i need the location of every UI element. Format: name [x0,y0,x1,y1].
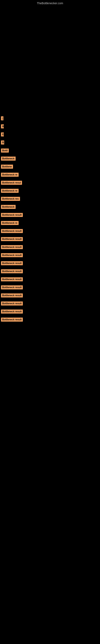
bottleneck-label[interactable]: Bottleneck [1,205,16,209]
bottleneck-label[interactable]: Bottl [1,148,9,152]
list-item: Bottleneck [0,156,100,163]
bottleneck-label[interactable]: Bottleneck re [1,221,19,225]
list-item: Bottl [0,148,100,155]
list-item: Bottleneck result [0,285,100,292]
bottleneck-label[interactable]: Bottlene [1,164,13,169]
list-item: Bottleneck re [0,189,100,195]
bottleneck-label[interactable]: Bottleneck result [1,318,23,322]
bottleneck-label[interactable]: | [1,116,3,120]
bottleneck-label[interactable]: Bottleneck result [1,213,23,217]
list-item: Bottleneck [0,205,100,211]
list-item: B [0,140,100,147]
list-item: | [0,116,100,123]
list-item: E [0,132,100,139]
list-item: Bottlene [0,164,100,171]
list-item: Bottleneck result [0,253,100,260]
list-item: Bottleneck result [0,277,100,284]
bottleneck-label[interactable]: Bottleneck result [1,302,23,306]
list-item: Bottleneck result [0,229,100,236]
bottleneck-label[interactable]: Bottleneck result [1,261,23,265]
list-item: Bottleneck result [0,294,100,300]
list-item: Bottleneck result [0,269,100,276]
bottleneck-label[interactable]: Bottleneck result [1,253,23,257]
bottleneck-label[interactable]: Bottleneck result [1,294,23,298]
list-item: Bottleneck result [0,310,100,316]
bottleneck-label[interactable]: Bottleneck resul [1,181,22,185]
bottleneck-label[interactable]: E [1,132,4,136]
list-item: Bottleneck result [0,237,100,244]
bottleneck-label[interactable]: Bottleneck result [1,285,23,290]
bottleneck-label[interactable]: Bottleneck re [1,189,19,193]
site-title: TheBottlenecker.com [0,0,100,6]
bottleneck-label[interactable]: B [1,140,4,144]
list-item: Bottleneck re [0,221,100,228]
list-item: Bottleneck resul [0,181,100,187]
list-item: Bottleneck re [0,173,100,179]
bottleneck-label[interactable]: Bottleneck result [1,237,23,241]
bottleneck-label[interactable]: Bottleneck result [1,245,23,249]
list-item: Bottleneck result [0,245,100,252]
list-item: Bottleneck res [0,197,100,203]
bottleneck-label[interactable]: Bottleneck res [1,197,20,201]
list-item: B [0,124,100,131]
bottleneck-label[interactable]: B [1,124,4,128]
labels-container: |BEBBottlBottleneckBottleneBottleneck re… [0,116,100,324]
bottleneck-label[interactable]: Bottleneck result [1,229,23,233]
list-item: Bottleneck result [0,261,100,268]
list-item: Bottleneck result [0,213,100,219]
bottleneck-label[interactable]: Bottleneck [1,156,16,160]
list-item: Bottleneck result [0,318,100,324]
bottleneck-label[interactable]: Bottleneck re [1,173,19,177]
content-area: |BEBBottlBottleneckBottleneBottleneck re… [0,116,100,324]
bottleneck-label[interactable]: Bottleneck result [1,277,23,281]
bottleneck-label[interactable]: Bottleneck result [1,310,23,314]
list-item: Bottleneck result [0,302,100,308]
bottleneck-label[interactable]: Bottleneck result [1,269,23,273]
site-header: TheBottlenecker.com [0,0,100,6]
